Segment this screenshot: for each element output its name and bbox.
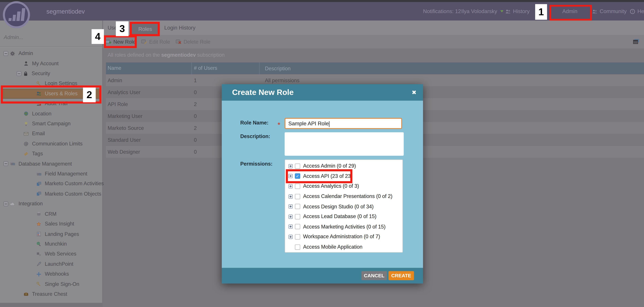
close-icon[interactable]: ✖ <box>412 84 416 101</box>
sidebar-item-security[interactable]: Security <box>0 68 103 79</box>
sidebar-item-label: Communication Limits <box>32 141 82 146</box>
annotation-box-admin <box>550 5 592 20</box>
sidebar-item-my-account[interactable]: My Account <box>0 58 103 68</box>
sidebar-item-launchpoint[interactable]: LaunchPoint <box>0 259 103 269</box>
permissions-label: Permissions: <box>240 161 272 167</box>
permission-workspace-administration-0-of-7[interactable]: Workspace Administration (0 of 7) <box>285 232 402 242</box>
collapse-icon[interactable] <box>3 201 9 207</box>
permission-label: Access Admin (0 of 29) <box>303 163 356 169</box>
collapse-icon[interactable] <box>16 71 22 76</box>
permission-label: Access Marketing Activities (0 of 15) <box>303 224 386 230</box>
sidebar-item-communication-limits[interactable]: @Communication Limits <box>0 139 103 149</box>
sidebar-item-sales-insight[interactable]: Sales Insight <box>0 219 103 229</box>
expand-icon[interactable] <box>288 224 293 229</box>
expand-icon[interactable] <box>288 234 293 239</box>
rocket-icon <box>36 261 42 267</box>
tablegrid-icon <box>36 191 42 196</box>
required-asterisk: * <box>278 121 280 128</box>
sidebar-item-label: Webhooks <box>45 271 69 277</box>
permission-label: Access Design Studio (0 of 34) <box>303 204 374 209</box>
sidebar-divider <box>0 46 103 47</box>
sidebar-item-admin[interactable]: Admin <box>0 48 103 58</box>
community-menu[interactable]: Community <box>592 2 627 20</box>
sidebar-filter-input[interactable]: Admin... <box>4 34 99 43</box>
sidebar-item-landing-pages[interactable]: Landing Pages <box>0 229 103 239</box>
column-header-users[interactable]: # of Users <box>192 62 260 74</box>
permission-label: Access Lead Database (0 of 15) <box>303 214 376 220</box>
sidebar-item-label: Landing Pages <box>45 231 79 237</box>
sidebar-item-web-services[interactable]: Web Services <box>0 249 103 259</box>
permission-checkbox[interactable] <box>295 164 300 169</box>
sidebar-item-integration[interactable]: Integration <box>0 199 103 209</box>
expand-icon[interactable] <box>288 194 293 199</box>
role-name-label: Role Name: <box>240 120 268 126</box>
sidebar-item-location[interactable]: Location <box>0 109 103 119</box>
panel-layout-icon[interactable] <box>633 38 640 44</box>
role-name-input[interactable]: Sample API Role <box>284 118 402 129</box>
permission-label: Access Calendar Presentations (0 of 2) <box>303 194 392 199</box>
sidebar-item-marketo-custom-objects[interactable]: Marketo Custom Objects <box>0 189 103 199</box>
permission-checkbox[interactable] <box>295 204 300 209</box>
tag-icon <box>24 151 29 156</box>
description-textarea[interactable] <box>284 132 404 156</box>
sidebar-item-label: Smart Campaign <box>32 121 70 126</box>
permission-access-marketing-activities-0-of-15[interactable]: Access Marketing Activities (0 of 15) <box>285 222 402 232</box>
sidebar-item-tags[interactable]: Tags <box>0 149 103 159</box>
sidebar-item-marketo-custom-activities[interactable]: Marketo Custom Activities <box>0 179 103 189</box>
expand-icon[interactable] <box>288 204 293 209</box>
gear-icon <box>10 51 15 56</box>
cancel-button[interactable]: CANCEL <box>362 271 387 280</box>
permission-checkbox[interactable] <box>295 184 300 189</box>
marketo-logo <box>3 1 30 28</box>
window-top-strip <box>0 0 644 2</box>
sidebar-item-label: Location <box>32 111 52 116</box>
sidebar-item-webhooks[interactable]: Webhooks <box>0 269 103 279</box>
dbgrid-icon <box>36 171 42 176</box>
sidebar-item-crm[interactable]: CRM <box>0 209 103 219</box>
sidebar-item-email[interactable]: Email <box>0 129 103 139</box>
lock-icon <box>23 71 28 76</box>
globe-icon <box>24 111 29 116</box>
sidebar-item-field-management[interactable]: Field Management <box>0 169 103 179</box>
notifications-menu[interactable]: Notifications: 12 <box>423 2 461 20</box>
help-menu[interactable]: ? Help <box>630 2 644 20</box>
permission-access-calendar-presentations-0-of-2[interactable]: Access Calendar Presentations (0 of 2) <box>285 192 402 202</box>
expand-icon[interactable] <box>288 214 293 219</box>
db-icon <box>36 211 42 216</box>
permission-access-mobile-application[interactable]: Access Mobile Application <box>285 242 402 252</box>
permission-checkbox[interactable] <box>295 234 300 240</box>
sidebar-item-label: Munchkin <box>45 241 67 247</box>
sidebar-item-label: Admin <box>18 51 33 56</box>
description-label: Description: <box>240 134 270 139</box>
collapse-icon[interactable] <box>3 51 9 56</box>
edit-role-button[interactable]: Edit Role <box>142 39 170 44</box>
sidebar-item-label: Field Management <box>45 171 88 177</box>
history-menu[interactable]: History <box>505 2 530 20</box>
delete-role-label: Delete Role <box>184 39 210 44</box>
user-menu[interactable]: Ilya Volodarsky <box>461 2 504 20</box>
permission-access-lead-database-0-of-15[interactable]: Access Lead Database (0 of 15) <box>285 212 402 222</box>
bulb-icon <box>24 121 29 126</box>
column-header-name[interactable]: Name <box>106 62 192 74</box>
sidebar-item-database-management[interactable]: Database Management <box>0 159 103 169</box>
delete-role-button[interactable]: Delete Role <box>176 39 210 44</box>
permission-access-design-studio-0-of-34[interactable]: Access Design Studio (0 of 34) <box>285 202 402 212</box>
permission-checkbox[interactable] <box>295 194 300 199</box>
sidebar-item-label: Sales Insight <box>45 221 74 227</box>
tab-login-history[interactable]: Login History <box>164 20 196 35</box>
collapse-icon[interactable] <box>3 161 9 166</box>
column-header-description[interactable]: Description <box>260 66 644 71</box>
permission-checkbox[interactable] <box>295 224 300 230</box>
sidebar: Admin... AdminMy AccountSecurityLogin Se… <box>0 20 103 307</box>
annotation-box-new-role <box>104 36 137 48</box>
sidebar-item-smart-campaign[interactable]: Smart Campaign <box>0 118 103 129</box>
expand-icon[interactable] <box>288 164 293 168</box>
sidebar-item-single-sign-on[interactable]: Single Sign-On <box>0 279 103 289</box>
permission-checkbox[interactable] <box>295 244 300 250</box>
expand-icon[interactable] <box>288 184 293 188</box>
help-icon: ? <box>630 8 635 14</box>
sidebar-item-munchkin[interactable]: Munchkin <box>0 239 103 249</box>
create-button[interactable]: CREATE <box>388 271 414 280</box>
permission-checkbox[interactable] <box>295 214 300 219</box>
sidebar-item-treasure-chest[interactable]: Treasure Chest <box>0 289 103 299</box>
